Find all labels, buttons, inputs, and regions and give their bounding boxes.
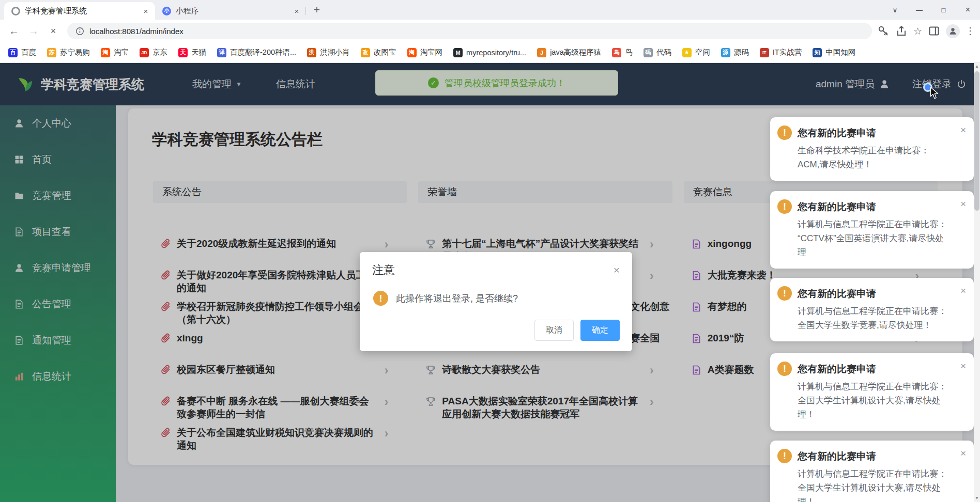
notification-toast: ! 您有新的比赛申请 × 计算机与信息工程学院正在申请比赛：“CCTV杯”全国英… xyxy=(770,191,974,269)
bookmark-label: 改图宝 xyxy=(374,48,396,57)
notification-body: 计算机与信息工程学院正在申请比赛：“CCTV杯”全国英语演讲大赛,请尽快处理 xyxy=(798,217,947,259)
ring-icon xyxy=(11,7,20,15)
share-icon[interactable] xyxy=(895,25,908,37)
notification-header: ! 您有新的比赛申请 xyxy=(777,199,960,214)
bookmark-label: 百度 xyxy=(21,48,36,57)
bookmark-label: 京东 xyxy=(152,48,167,57)
bookmark-label: 空间 xyxy=(695,48,710,57)
bookmark-item[interactable]: 淘 淘宝 xyxy=(101,48,129,57)
password-key-icon[interactable] xyxy=(877,25,890,37)
miniprogram-icon: 小 xyxy=(162,7,171,15)
notification-body: 计算机与信息工程学院正在申请比赛：全国大学生计算机设计大赛,请尽快处理！ xyxy=(798,467,947,502)
stop-loading-button[interactable]: × xyxy=(44,22,62,40)
notification-header: ! 您有新的比赛申请 xyxy=(777,362,960,376)
bookmark-star-icon[interactable]: ☆ xyxy=(913,26,922,36)
bookmark-item[interactable]: 译 百度翻译-200种语... xyxy=(217,48,296,57)
bookmark-item[interactable]: 知 中国知网 xyxy=(813,48,855,57)
bookmark-item[interactable]: 洪 洪湖小肖 xyxy=(307,48,350,57)
browser-tab[interactable]: 学科竞赛管理系统 × xyxy=(4,2,155,20)
dialog-body: ! 此操作将退出登录, 是否继续? xyxy=(373,291,620,306)
favicon: 改 xyxy=(361,48,370,57)
warning-icon: ! xyxy=(777,126,792,140)
favicon: 百 xyxy=(8,48,18,57)
browser-tab[interactable]: 小 小程序 × xyxy=(155,2,306,20)
notification-close-icon[interactable]: × xyxy=(960,124,966,136)
notification-body: 生命科学技术学院正在申请比赛：ACM,请尽快处理！ xyxy=(798,144,947,171)
scrollbar-thumb[interactable] xyxy=(974,71,979,211)
warning-icon: ! xyxy=(777,449,792,463)
notification-close-icon[interactable]: × xyxy=(960,360,966,372)
favicon: 苏 xyxy=(47,48,56,57)
notification-title: 您有新的比赛申请 xyxy=(798,449,876,463)
bookmark-label: myrepository/tru... xyxy=(466,49,526,57)
bookmark-item[interactable]: IT IT实战营 xyxy=(760,48,802,57)
maximize-button[interactable]: □ xyxy=(931,0,956,20)
tab-title: 小程序 xyxy=(176,6,287,16)
browser-menu-icon[interactable]: ⋮ xyxy=(966,25,973,37)
bookmark-label: 苏宁易购 xyxy=(60,48,90,57)
notification-close-icon[interactable]: × xyxy=(960,198,966,210)
dialog-close-icon[interactable]: × xyxy=(614,264,620,276)
notification-toast: ! 您有新的比赛申请 × 计算机与信息工程学院正在申请比赛：全国大学生数学竞赛,… xyxy=(770,278,974,341)
forward-button[interactable]: → xyxy=(25,22,42,40)
browser-toolbar: ← → × localhost:8081/admin/index ☆ ⋮ xyxy=(0,20,980,42)
page-scrollbar[interactable]: ▲ ▼ xyxy=(974,63,980,502)
scrollbar-down-arrow[interactable]: ▼ xyxy=(974,495,980,502)
tab-close-icon[interactable]: × xyxy=(141,6,151,16)
side-panel-icon[interactable] xyxy=(928,25,940,37)
favicon: 译 xyxy=(217,48,226,57)
bookmark-item[interactable]: J java高级程序猿 xyxy=(537,48,601,57)
bookmark-item[interactable]: 百 百度 xyxy=(8,48,36,57)
favicon: 天 xyxy=(178,48,188,57)
bookmark-item[interactable]: ★ 空间 xyxy=(682,48,710,57)
favicon: J xyxy=(537,48,546,57)
back-button[interactable]: ← xyxy=(5,22,23,40)
confirm-dialog: 注意 × ! 此操作将退出登录, 是否继续? 取消 确定 xyxy=(360,252,632,351)
warning-icon: ! xyxy=(373,291,388,306)
bookmark-item[interactable]: JD 京东 xyxy=(140,48,167,57)
new-tab-button[interactable]: + xyxy=(309,2,325,18)
bookmark-item[interactable]: 天 天猫 xyxy=(178,48,206,57)
notification-close-icon[interactable]: × xyxy=(960,448,966,459)
bookmark-item[interactable]: M myrepository/tru... xyxy=(453,48,526,57)
bookmark-item[interactable]: 源 源码 xyxy=(721,48,749,57)
url-text: localhost:8081/admin/index xyxy=(89,27,183,36)
address-bar[interactable]: localhost:8081/admin/index xyxy=(67,23,872,39)
scrollbar-up-arrow[interactable]: ▲ xyxy=(974,63,980,70)
dialog-header: 注意 × xyxy=(372,262,620,278)
bookmark-item[interactable]: 苏 苏宁易购 xyxy=(47,48,90,57)
confirm-button[interactable]: 确定 xyxy=(580,320,620,341)
bookmark-item[interactable]: 码 代码 xyxy=(644,48,671,57)
notification-header: ! 您有新的比赛申请 xyxy=(777,449,960,463)
profile-avatar[interactable] xyxy=(946,24,960,38)
dialog-footer: 取消 确定 xyxy=(372,320,620,341)
notification-title: 您有新的比赛申请 xyxy=(798,286,876,301)
bookmark-label: 鸟 xyxy=(625,48,633,57)
favicon: ★ xyxy=(682,48,692,57)
favicon: 鸟 xyxy=(612,48,621,57)
warning-icon: ! xyxy=(777,199,792,214)
bookmark-label: java高级程序猿 xyxy=(550,48,601,57)
bookmark-item[interactable]: 改 改图宝 xyxy=(361,48,396,57)
close-button[interactable]: × xyxy=(956,0,980,20)
minimize-button[interactable]: — xyxy=(907,0,931,20)
toolbar-right-icons: ☆ ⋮ xyxy=(877,24,975,38)
warning-icon: ! xyxy=(777,362,792,376)
dialog-message: 此操作将退出登录, 是否继续? xyxy=(396,292,518,305)
notification-toast: ! 您有新的比赛申请 × 计算机与信息工程学院正在申请比赛：全国大学生计算机设计… xyxy=(770,441,974,502)
dialog-title: 注意 xyxy=(372,262,395,278)
site-info-icon[interactable] xyxy=(75,27,84,36)
notification-close-icon[interactable]: × xyxy=(960,285,966,296)
favicon: 淘 xyxy=(407,48,417,57)
bookmark-item[interactable]: 淘 淘宝网 xyxy=(407,48,443,57)
bookmark-label: 代码 xyxy=(656,48,671,57)
favicon: IT xyxy=(760,48,769,57)
bookmark-label: 淘宝网 xyxy=(420,48,443,57)
tab-close-icon[interactable]: × xyxy=(292,6,302,16)
notification-header: ! 您有新的比赛申请 xyxy=(777,126,960,140)
bookmark-item[interactable]: 鸟 鸟 xyxy=(612,48,633,57)
cancel-button[interactable]: 取消 xyxy=(534,320,574,341)
bookmark-label: 天猫 xyxy=(191,48,206,57)
tab-search-icon[interactable]: ∨ xyxy=(883,0,907,20)
favicon: 淘 xyxy=(101,48,110,57)
